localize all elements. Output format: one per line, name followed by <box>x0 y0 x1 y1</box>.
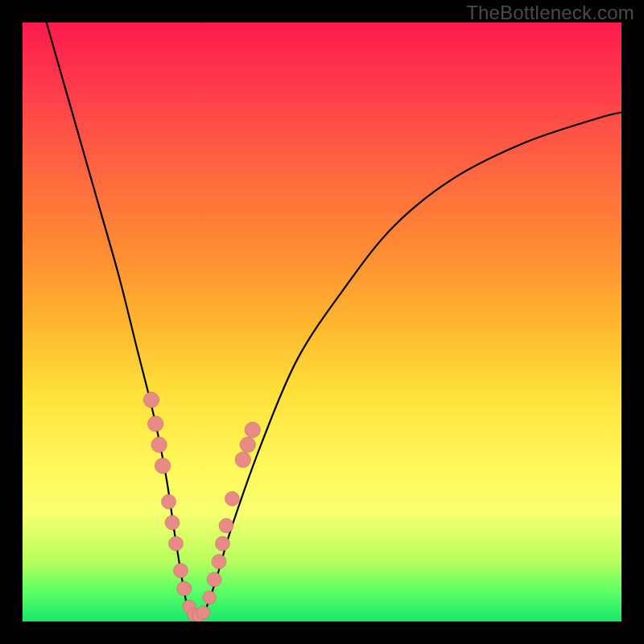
highlight-marker <box>151 437 167 452</box>
highlight-marker <box>240 437 255 452</box>
bottleneck-curve-path <box>47 23 621 619</box>
highlight-marker <box>235 452 250 467</box>
highlight-marker <box>165 515 180 530</box>
bottleneck-curve-svg <box>23 23 621 621</box>
watermark-text: TheBottleneck.com <box>466 2 634 24</box>
highlight-marker <box>207 572 221 587</box>
highlight-marker <box>225 492 239 506</box>
highlight-markers-group <box>143 392 260 621</box>
highlight-marker <box>245 422 260 437</box>
highlight-marker <box>216 536 230 551</box>
chart-frame: TheBottleneck.com <box>0 0 644 644</box>
highlight-marker <box>197 606 210 619</box>
highlight-marker <box>169 536 184 551</box>
highlight-marker <box>147 416 163 431</box>
plot-area <box>23 23 621 621</box>
highlight-marker <box>219 518 233 533</box>
highlight-marker <box>143 392 159 407</box>
highlight-marker <box>162 494 176 509</box>
highlight-marker <box>177 581 192 596</box>
highlight-marker <box>173 564 188 578</box>
highlight-marker <box>155 458 170 473</box>
highlight-marker <box>212 555 226 569</box>
highlight-marker <box>203 591 216 604</box>
